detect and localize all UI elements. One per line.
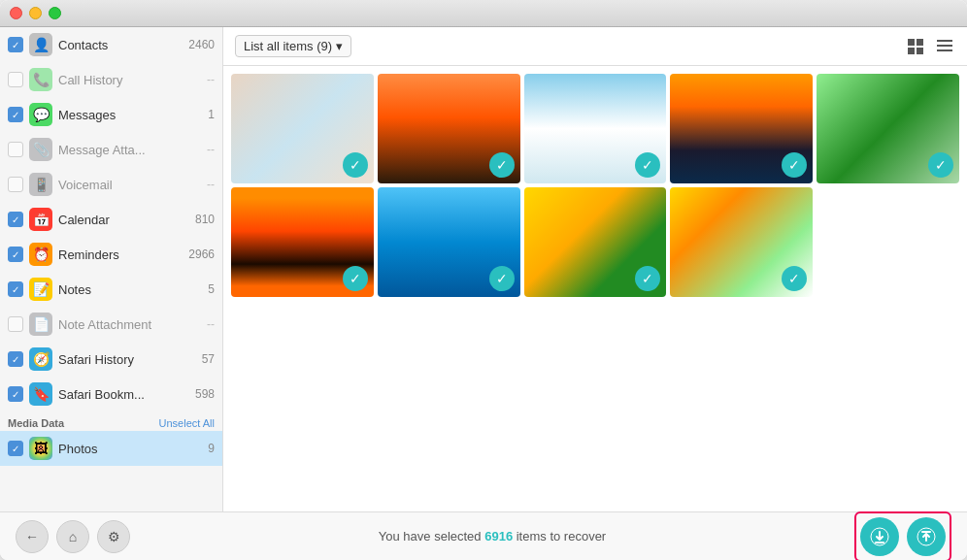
count-messages: 1 xyxy=(208,108,215,121)
dropdown-icon: ▾ xyxy=(336,39,343,53)
icon-reminders: ⏰ xyxy=(29,243,52,266)
photos-grid: ✓✓✓✓✓✓✓✓✓ xyxy=(223,66,967,511)
media-section-header: Media Data Unselect All xyxy=(0,412,222,431)
icon-messages: 💬 xyxy=(29,103,52,126)
icon-notes: 📝 xyxy=(29,278,52,301)
count-calendar: 810 xyxy=(195,213,215,226)
status-suffix: items to recover xyxy=(513,529,606,544)
sidebar-item-calendar[interactable]: ✓ 📅 Calendar 810 xyxy=(0,202,222,237)
checkbox-reminders[interactable]: ✓ xyxy=(8,247,23,262)
icon-contacts: 👤 xyxy=(29,33,52,56)
list-view-button[interactable] xyxy=(934,38,955,55)
view-controls xyxy=(905,38,955,55)
icon-safari-history: 🧭 xyxy=(29,347,52,371)
restore-button[interactable] xyxy=(907,517,946,556)
checkbox-message-atta[interactable] xyxy=(8,142,23,157)
sidebar-item-voicemail[interactable]: 📱 Voicemail -- xyxy=(0,167,222,202)
export-button[interactable] xyxy=(860,517,899,556)
list-all-button[interactable]: List all items (9) ▾ xyxy=(235,35,351,57)
icon-photos: 🖼 xyxy=(29,437,52,460)
status-text: You have selected 6916 items to recover xyxy=(379,529,606,544)
label-note-attachment: Note Attachment xyxy=(58,317,201,332)
label-calendar: Calendar xyxy=(58,213,189,227)
photo-item-1[interactable]: ✓ xyxy=(231,74,374,183)
home-button[interactable]: ⌂ xyxy=(56,520,89,553)
checkbox-photos[interactable]: ✓ xyxy=(8,441,23,456)
back-button[interactable]: ← xyxy=(16,520,49,553)
photo-item-8[interactable]: ✓ xyxy=(524,187,667,297)
photo-check-6: ✓ xyxy=(343,266,368,291)
label-contacts: Contacts xyxy=(58,38,183,52)
home-icon: ⌂ xyxy=(69,529,77,544)
svg-rect-4 xyxy=(937,40,952,42)
status-bar: ← ⌂ ⚙ You have selected 6916 items to re… xyxy=(0,511,967,560)
checkbox-note-attachment[interactable] xyxy=(8,316,23,332)
svg-rect-6 xyxy=(937,49,952,51)
minimize-button[interactable] xyxy=(29,7,42,19)
count-safari-history: 57 xyxy=(202,352,215,366)
sidebar-item-call-history[interactable]: 📞 Call History -- xyxy=(0,62,222,97)
sidebar-item-safari-bookm[interactable]: ✓ 🔖 Safari Bookm... 598 xyxy=(0,377,222,412)
main-content: ✓ 👤 Contacts 2460 📞 Call History -- ✓ 💬 … xyxy=(0,27,967,511)
label-safari-history: Safari History xyxy=(58,352,196,367)
photo-item-4[interactable]: ✓ xyxy=(670,74,813,183)
label-message-atta: Message Atta... xyxy=(58,143,201,157)
svg-rect-3 xyxy=(917,48,923,54)
sidebar-item-safari-history[interactable]: ✓ 🧭 Safari History 57 xyxy=(0,342,222,377)
sidebar-item-messages[interactable]: ✓ 💬 Messages 1 xyxy=(0,97,222,132)
photo-check-8: ✓ xyxy=(635,266,660,291)
sidebar-item-message-atta[interactable]: 📎 Message Atta... -- xyxy=(0,132,222,167)
photo-check-2: ✓ xyxy=(489,152,515,178)
count-reminders: 2966 xyxy=(188,247,215,261)
checkbox-notes[interactable]: ✓ xyxy=(8,281,23,297)
main-toolbar: List all items (9) ▾ xyxy=(223,27,967,66)
svg-rect-10 xyxy=(921,531,931,533)
sidebar-item-note-attachment[interactable]: 📄 Note Attachment -- xyxy=(0,307,222,342)
unselect-all-button[interactable]: Unselect All xyxy=(159,417,215,429)
photo-item-2[interactable]: ✓ xyxy=(378,74,520,183)
count-contacts: 2460 xyxy=(188,38,215,51)
maximize-button[interactable] xyxy=(49,7,61,19)
count-safari-bookm: 598 xyxy=(195,387,215,401)
status-count: 6916 xyxy=(484,529,513,544)
label-photos: Photos xyxy=(58,442,202,456)
sidebar-item-contacts[interactable]: ✓ 👤 Contacts 2460 xyxy=(0,27,222,62)
title-bar xyxy=(0,0,967,27)
count-notes: 5 xyxy=(208,282,215,296)
svg-rect-1 xyxy=(917,39,923,46)
photo-item-5[interactable]: ✓ xyxy=(817,74,959,183)
label-voicemail: Voicemail xyxy=(58,178,201,192)
photo-check-4: ✓ xyxy=(782,152,807,178)
photo-item-3[interactable]: ✓ xyxy=(524,74,667,183)
sidebar-item-reminders[interactable]: ✓ ⏰ Reminders 2966 xyxy=(0,237,222,272)
checkbox-safari-history[interactable]: ✓ xyxy=(8,351,23,367)
settings-button[interactable]: ⚙ xyxy=(97,520,130,553)
sidebar-item-photos[interactable]: ✓ 🖼 Photos 9 xyxy=(0,431,222,466)
media-section-label: Media Data xyxy=(8,417,64,429)
action-buttons xyxy=(854,511,951,561)
photo-item-7[interactable]: ✓ xyxy=(378,187,520,297)
checkbox-voicemail[interactable] xyxy=(8,177,23,192)
checkbox-calendar[interactable]: ✓ xyxy=(8,212,23,227)
checkbox-safari-bookm[interactable]: ✓ xyxy=(8,386,23,402)
svg-rect-5 xyxy=(937,45,952,47)
grid-view-button[interactable] xyxy=(905,38,926,55)
main-panel: List all items (9) ▾ xyxy=(223,27,967,511)
icon-voicemail: 📱 xyxy=(29,173,52,196)
svg-rect-8 xyxy=(875,542,884,544)
photo-item-6[interactable]: ✓ xyxy=(231,187,374,297)
svg-rect-2 xyxy=(908,48,915,54)
icon-message-atta: 📎 xyxy=(29,138,52,161)
count-photos: 9 xyxy=(208,442,215,455)
checkbox-messages[interactable]: ✓ xyxy=(8,107,23,122)
photo-item-9[interactable]: ✓ xyxy=(670,187,813,297)
close-button[interactable] xyxy=(10,7,22,19)
sidebar-item-notes[interactable]: ✓ 📝 Notes 5 xyxy=(0,272,222,307)
list-all-label: List all items (9) xyxy=(244,39,332,53)
count-note-attachment: -- xyxy=(207,317,215,331)
checkbox-call-history[interactable] xyxy=(8,72,23,87)
count-message-atta: -- xyxy=(207,143,215,156)
label-safari-bookm: Safari Bookm... xyxy=(58,387,189,402)
checkbox-contacts[interactable]: ✓ xyxy=(8,37,23,52)
label-messages: Messages xyxy=(58,108,202,122)
